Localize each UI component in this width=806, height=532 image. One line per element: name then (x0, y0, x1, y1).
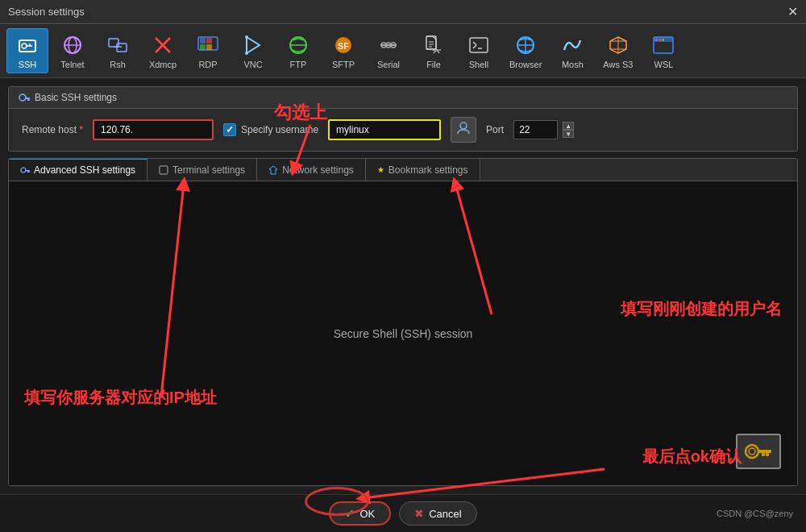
content-area: Basic SSH settings Remote host * ✓ Speci… (0, 78, 806, 494)
svg-rect-62 (766, 453, 769, 456)
ftp-icon (285, 32, 311, 58)
serial-label: Serial (377, 60, 400, 69)
ssh-label: SSH (19, 60, 37, 69)
protocol-ssh[interactable]: SSH (6, 28, 48, 73)
vnc-icon (240, 32, 266, 58)
tab-network-label: Network settings (282, 164, 354, 176)
svg-rect-16 (206, 44, 212, 50)
username-input[interactable] (328, 119, 441, 140)
sftp-icon: SF (330, 32, 356, 58)
protocol-xdmcp[interactable]: Xdmcp (142, 29, 184, 73)
protocol-shell[interactable]: Shell (458, 29, 500, 73)
mosh-label: Mosh (562, 60, 584, 69)
file-label: File (426, 60, 441, 69)
dialog-title: Session settings (8, 6, 85, 18)
protocol-rsh[interactable]: Rsh (97, 29, 139, 73)
serial-icon (376, 32, 401, 58)
bookmark-tab-icon: ★ (377, 165, 384, 174)
checkbox-check-mark: ✓ (226, 124, 234, 135)
close-button[interactable]: ✕ (787, 6, 798, 19)
rsh-label: Rsh (110, 60, 126, 69)
tab-bar: Advanced SSH settings Terminal settings … (9, 159, 797, 181)
svg-point-19 (245, 52, 248, 55)
xdmcp-icon (150, 32, 176, 58)
telnet-label: Telnet (60, 60, 84, 69)
tab-network[interactable]: Network settings (257, 159, 366, 181)
bottom-bar: ✔ OK ✖ Cancel CSDN @CS@zeny (0, 494, 806, 532)
session-content-label: Secure Shell (SSH) session (334, 327, 473, 340)
advanced-ssh-tab-icon (20, 165, 30, 175)
svg-marker-17 (247, 37, 260, 53)
shell-label: Shell (469, 60, 488, 69)
protocol-serial[interactable]: Serial (368, 29, 409, 73)
tab-terminal[interactable]: Terminal settings (147, 159, 257, 181)
protocol-rdp[interactable]: RDP (187, 29, 229, 73)
cancel-button[interactable]: ✖ Cancel (399, 501, 476, 526)
svg-line-37 (473, 45, 476, 48)
wsl-icon (650, 32, 676, 58)
basic-tab-header: Basic SSH settings (9, 87, 797, 109)
protocol-mosh[interactable]: Mosh (551, 29, 593, 73)
rdp-label: RDP (198, 60, 217, 69)
protocol-awss3[interactable]: Aws S3 (596, 29, 639, 73)
awss3-label: Aws S3 (603, 60, 633, 69)
port-up-arrow[interactable]: ▲ (563, 122, 574, 130)
protocol-file[interactable]: File (413, 29, 455, 73)
protocol-toolbar: SSH Telnet Rsh (0, 24, 806, 78)
tab-advanced-ssh-label: Advanced SSH settings (34, 164, 135, 176)
cancel-label: Cancel (429, 508, 461, 520)
remote-host-input[interactable] (93, 119, 214, 140)
rsh-icon (105, 32, 131, 58)
svg-rect-56 (26, 170, 30, 172)
ssh-icon (15, 32, 40, 58)
user-browse-button[interactable] (451, 117, 476, 143)
port-input[interactable] (513, 120, 558, 139)
vnc-label: VNC (243, 60, 262, 69)
tab-advanced-ssh[interactable]: Advanced SSH settings (9, 159, 147, 181)
rdp-icon (195, 32, 221, 58)
protocol-browser[interactable]: Browser (503, 29, 548, 73)
port-label: Port (486, 124, 504, 135)
protocol-wsl[interactable]: WSL (642, 29, 684, 73)
svg-rect-58 (160, 166, 168, 174)
svg-rect-63 (762, 453, 765, 456)
svg-rect-61 (758, 450, 771, 453)
svg-rect-53 (27, 99, 30, 101)
svg-rect-48 (655, 39, 658, 41)
tab-content-area: Secure Shell (SSH) session (9, 181, 797, 485)
specify-username-checkbox[interactable]: ✓ (223, 123, 236, 136)
xdmcp-label: Xdmcp (149, 60, 177, 69)
ok-icon: ✔ (345, 507, 355, 520)
tab-bookmark[interactable]: ★ Bookmark settings (366, 159, 480, 181)
svg-text:SF: SF (338, 41, 349, 51)
svg-point-18 (245, 35, 248, 39)
session-key-icon (744, 440, 773, 463)
svg-line-36 (473, 42, 476, 45)
protocol-sftp[interactable]: SF SFTP (322, 29, 364, 73)
file-icon (421, 32, 447, 58)
basic-ssh-settings-panel: Basic SSH settings Remote host * ✓ Speci… (8, 86, 798, 152)
svg-rect-35 (470, 38, 488, 52)
title-bar: Session settings ✕ (0, 0, 806, 24)
ok-label: OK (359, 508, 375, 520)
svg-point-60 (749, 448, 755, 455)
basic-tab-label: Basic SSH settings (35, 92, 117, 103)
svg-rect-14 (206, 38, 212, 44)
protocol-vnc[interactable]: VNC (232, 29, 274, 73)
remote-host-label: Remote host * (22, 124, 83, 135)
session-settings-dialog: SSH Telnet Rsh (0, 24, 806, 532)
awss3-icon (605, 32, 631, 58)
svg-rect-50 (662, 39, 664, 41)
protocol-ftp[interactable]: FTP (277, 29, 319, 73)
svg-point-1 (22, 44, 27, 48)
specify-username-checkbox-label[interactable]: ✓ Specify username (223, 123, 318, 136)
ok-button[interactable]: ✔ OK (329, 501, 391, 526)
sftp-label: SFTP (332, 60, 355, 69)
protocol-telnet[interactable]: Telnet (52, 29, 93, 73)
cancel-icon: ✖ (414, 507, 424, 520)
svg-point-51 (19, 94, 26, 101)
key-icon-box (736, 434, 781, 469)
wsl-label: WSL (654, 60, 674, 69)
svg-point-59 (746, 445, 758, 458)
port-down-arrow[interactable]: ▼ (563, 130, 574, 138)
